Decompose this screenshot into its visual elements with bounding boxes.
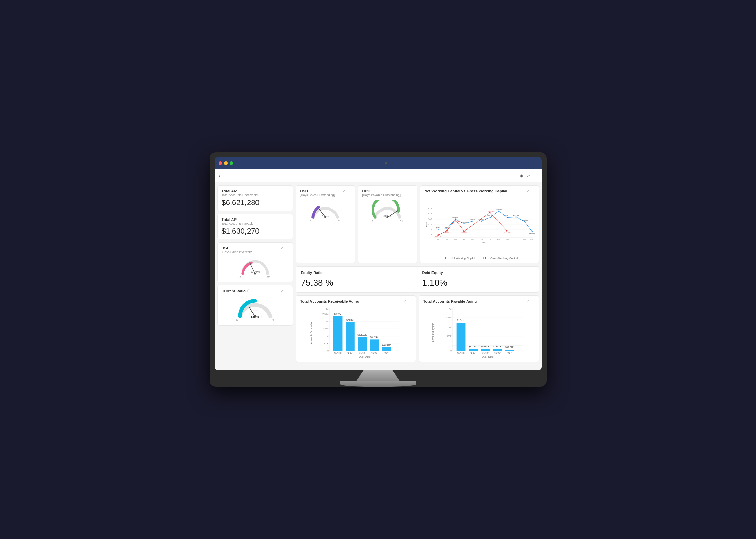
dsi-subtitle: [Days Sales Inventory] (222, 250, 253, 254)
current-ratio-more-icon[interactable]: ⋯ (285, 289, 288, 293)
ap-expand-icon[interactable]: ⤢ (527, 299, 529, 303)
svg-text:Due_Date: Due_Date (482, 355, 493, 358)
current-ratio-value: 1.86% (251, 315, 260, 319)
svg-text:Values: Values (425, 222, 427, 227)
monitor-base (340, 381, 416, 387)
svg-text:Sep: Sep (506, 239, 509, 240)
ap-y-axis: Accounts Payable (423, 307, 434, 358)
svg-text:600K: 600K (428, 213, 432, 215)
svg-point-44 (481, 220, 482, 222)
svg-text:$323.38K: $323.38K (513, 215, 519, 216)
svg-text:Jun: Jun (480, 239, 483, 240)
left-column: Total AR Total Accounts Receivable $6,62… (217, 185, 293, 362)
svg-text:'91+': '91+' (507, 352, 512, 354)
svg-text:$248.70K: $248.70K (452, 217, 458, 218)
svg-text:May: May (471, 239, 474, 240)
svg-text:Jan: Jan (437, 239, 439, 240)
svg-text:$18K: $18K (445, 226, 448, 228)
ar-aging-card: Total Accounts Receivable Aging ⤢ ⋯ Acco… (296, 295, 416, 362)
ap-more-icon[interactable]: ⋯ (531, 299, 535, 303)
svg-point-49 (524, 221, 525, 222)
nwc-legend: Net Working Capital Gross Working Capita… (425, 256, 535, 260)
dso-expand-icon[interactable]: ⤢ (343, 189, 346, 193)
svg-text:($46.50)K: ($46.50)K (529, 232, 535, 234)
svg-text:$128.35K: $128.35K (461, 221, 467, 223)
ap-aging-title: Total Accounts Payable Aging (423, 299, 477, 303)
svg-text:Oct: Oct (515, 239, 517, 240)
legend-nwc-label: Net Working Capital (451, 257, 475, 260)
dso-gauge-svg: 7 Days (310, 200, 341, 220)
aging-row: Total Accounts Receivable Aging ⤢ ⋯ Acco… (296, 295, 539, 362)
dso-card: DSO [Days Sales Outstanding] ⤢ ⋯ (296, 185, 355, 263)
nwc-chart-svg: 800K 600K 400K 200K 0 -200K Values (425, 196, 535, 255)
more-options-icon[interactable]: ⋯ (534, 173, 538, 178)
svg-text:Current: Current (457, 352, 464, 354)
ar-aging-title: Total Accounts Receivable Aging (300, 299, 360, 303)
svg-text:Current: Current (334, 352, 341, 354)
ap-aging-card: Total Accounts Payable Aging ⤢ ⋯ Account… (419, 295, 539, 362)
svg-point-39 (437, 229, 439, 230)
dpo-subtitle: [Days Payable Outstanding] (362, 193, 401, 197)
ar-more-icon[interactable]: ⋯ (408, 299, 412, 303)
top-right-row: DSO [Days Sales Outstanding] ⤢ ⋯ (296, 185, 539, 263)
dsi-expand-icon[interactable]: ⤢ (281, 246, 283, 250)
total-ap-subtitle: Total Accounts Payable (222, 222, 288, 225)
total-ar-subtitle: Total Accounts Receivable (222, 193, 288, 197)
nwc-chart-area: 800K 600K 400K 200K 0 -200K Values (425, 196, 535, 255)
svg-point-50 (531, 231, 533, 232)
svg-text:$199.56K: $199.56K (478, 218, 484, 220)
debt-equity-value: 1.10% (422, 278, 534, 288)
right-column: DSO [Days Sales Outstanding] ⤢ ⋯ (296, 185, 539, 362)
svg-text:$189.58K: $189.58K (522, 219, 528, 221)
dso-subtitle: [Days Sales Outstanding] (300, 193, 335, 197)
total-ar-title: Total AR (222, 189, 288, 193)
ar-bar-31-60 (358, 337, 367, 351)
dsi-more-icon[interactable]: ⋯ (285, 246, 288, 250)
maximize-dot (230, 161, 233, 165)
expand-icon[interactable]: ⤢ (527, 173, 530, 178)
legend-net-working-capital: Net Working Capital (441, 256, 475, 260)
svg-text:$81.16K: $81.16K (469, 345, 477, 348)
svg-point-40 (446, 228, 447, 229)
svg-point-47 (506, 217, 508, 218)
current-ratio-title: Current Ratio (222, 289, 246, 293)
dashboard: Total AR Total Accounts Receivable $6,62… (215, 182, 542, 370)
dso-gauge-range: 0 31 (310, 220, 341, 223)
svg-point-42 (463, 223, 465, 224)
equity-ratio-value: 75.38 % (301, 278, 412, 288)
dso-gauge: 7 Days 0 31 (300, 198, 351, 223)
svg-text:$1.34M: $1.34M (457, 319, 464, 322)
svg-text:Apr: Apr (463, 239, 465, 240)
minimize-dot (224, 161, 228, 165)
current-ratio-info-icon[interactable]: ⓘ (247, 289, 250, 293)
back-button[interactable]: ← (218, 173, 223, 179)
svg-text:$81.74K: $81.74K (370, 336, 379, 338)
svg-text:500K: 500K (446, 335, 452, 337)
legend-gwc-icon (481, 256, 489, 260)
svg-text:$226.12K: $226.12K (453, 221, 459, 222)
dsi-card: DSI [Days Sales Inventory] ⤢ ⋯ (217, 242, 293, 282)
svg-text:'91+': '91+' (384, 352, 388, 354)
ap-bar-91plus (505, 350, 514, 351)
svg-point-46 (498, 210, 499, 212)
current-ratio-expand-icon[interactable]: ⤢ (281, 289, 283, 293)
svg-text:'61-90': '61-90' (371, 352, 377, 354)
dso-more-icon[interactable]: ⋯ (347, 189, 351, 193)
ar-bar-91plus (382, 347, 391, 351)
debt-equity-card: Debt Equity 1.10% (417, 267, 539, 292)
svg-text:3M: 3M (325, 308, 328, 310)
ar-expand-icon[interactable]: ⤢ (404, 299, 406, 303)
svg-point-48 (515, 216, 517, 218)
ap-bar-1-30 (469, 349, 478, 351)
svg-text:Jul: Jul (489, 239, 491, 240)
share-icon[interactable]: ⊕ (519, 173, 523, 178)
nwc-more-icon[interactable]: ⋯ (531, 189, 535, 193)
svg-text:$79.45K: $79.45K (493, 345, 502, 348)
svg-text:'31-60': '31-60' (482, 352, 488, 354)
net-working-capital-card: Net Working Capital vs Gross Working Cap… (420, 185, 539, 263)
nwc-expand-icon[interactable]: ⤢ (527, 189, 529, 193)
svg-point-55 (489, 212, 491, 213)
camera-dot (385, 162, 387, 164)
debt-equity-title: Debt Equity (422, 271, 534, 275)
svg-text:7 Days: 7 Days (322, 215, 328, 217)
